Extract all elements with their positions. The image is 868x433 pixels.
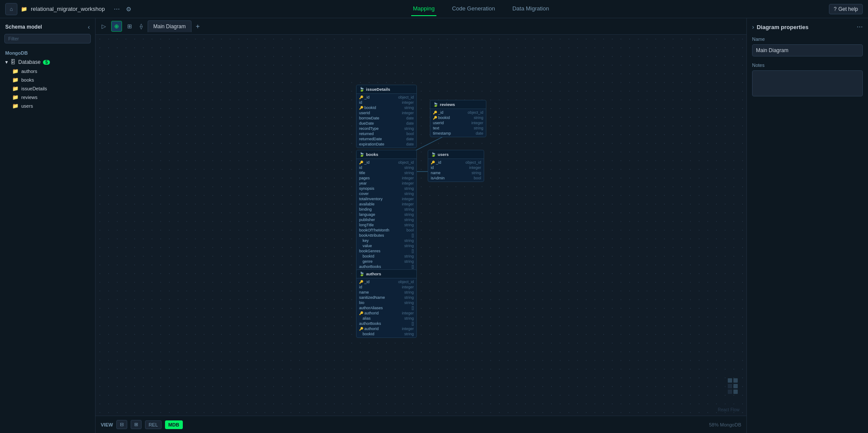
topbar-right: ? Get help: [829, 4, 863, 14]
db-folder-icon: 🗄: [10, 59, 16, 65]
notes-field-label: Notes: [752, 63, 863, 68]
right-panel: › Diagram properties ⋯ Name Notes: [746, 18, 868, 433]
card-reviews-icon: 🍃: [433, 102, 438, 107]
name-field-label: Name: [752, 36, 863, 42]
sidebar-header: Schema model ‹: [0, 18, 95, 34]
react-flow-badge: React Flow: [718, 407, 739, 412]
view-rel-button[interactable]: REL: [145, 420, 161, 429]
db-section: MongoDB ▾ 🗄 Database 5 📁 authors 📁 books…: [0, 47, 95, 112]
zoom-info: 58% MongoDB: [709, 422, 741, 427]
card-authors-body: 🔑_idobject_id idinteger namestring sanit…: [356, 278, 416, 337]
sidebar-item-users[interactable]: 📁 users: [0, 102, 95, 110]
card-reviews[interactable]: 🍃 reviews 🔑_idobject_id 🔑bookIdstring us…: [430, 100, 486, 137]
mini-grid-cell: [733, 378, 738, 383]
tab-mapping[interactable]: Mapping: [411, 2, 436, 16]
mini-grid-cell: [733, 390, 738, 394]
canvas-area: ▷ ⊕ ⊞ ⟠ Main Diagram +: [96, 18, 746, 433]
sidebar-item-authors[interactable]: 📁 authors: [0, 67, 95, 76]
sidebar-collapse-button[interactable]: ‹: [88, 23, 90, 30]
layout-tool-button[interactable]: ⊞: [125, 21, 135, 31]
db-expand-icon: ▾: [5, 59, 8, 65]
diagram-canvas[interactable]: 🍃 issueDetails 🔑_idobject_id idinteger 🔑…: [96, 35, 746, 416]
settings-icon[interactable]: ⚙: [124, 5, 133, 13]
db-label: MongoDB: [0, 49, 95, 57]
card-authors-icon: 🍃: [359, 271, 364, 276]
view-split-button[interactable]: ⊞: [131, 420, 142, 429]
topbar: ⌂ 📁 relational_migrator_workshop ⋯ ⚙ Map…: [0, 0, 868, 18]
panel-title: Diagram properties: [757, 24, 854, 30]
card-users-header: 🍃 users: [428, 150, 484, 159]
topbar-left: ⌂ 📁 relational_migrator_workshop ⋯ ⚙: [5, 3, 133, 15]
folder-icon-authors: 📁: [12, 68, 19, 74]
right-panel-header: › Diagram properties ⋯: [752, 23, 863, 30]
folder-icon-issuedetails: 📁: [12, 86, 19, 92]
get-help-button[interactable]: ? Get help: [829, 4, 863, 14]
topbar-icons: ⋯ ⚙: [112, 5, 133, 13]
panel-expand-button[interactable]: ›: [752, 23, 754, 30]
help-icon: ?: [834, 6, 837, 12]
connector-svg: [96, 35, 746, 416]
card-books-body: 🔑_idobject_id idstring titlestring pages…: [356, 159, 416, 281]
mini-grid-cell: [728, 384, 732, 388]
card-issuedetails-body: 🔑_idobject_id idinteger 🔑bookIdstring us…: [356, 94, 416, 148]
db-count-badge: 5: [43, 60, 50, 65]
sidebar-title: Schema model: [5, 24, 42, 30]
view-single-button[interactable]: ⊟: [116, 420, 127, 429]
card-reviews-header: 🍃 reviews: [430, 100, 486, 109]
panel-menu-button[interactable]: ⋯: [857, 23, 863, 30]
bottom-bar: VIEW ⊟ ⊞ REL MDB 58% MongoDB: [96, 416, 746, 433]
topbar-nav: Mapping Code Generation Data Migration: [133, 2, 829, 16]
folder-icon-users: 📁: [12, 103, 19, 109]
card-books-icon: 🍃: [359, 152, 364, 157]
mini-grid-cell: [728, 378, 732, 383]
canvas-toolbar: ▷ ⊕ ⊞ ⟠ Main Diagram +: [96, 18, 746, 35]
database-item[interactable]: ▾ 🗄 Database 5: [0, 57, 95, 67]
card-issuedetails-icon: 🍃: [359, 87, 364, 92]
card-authors-header: 🍃 authors: [356, 270, 416, 278]
mini-grid-cell: [733, 384, 738, 388]
sidebar-item-books[interactable]: 📁 books: [0, 76, 95, 84]
diagram-tab[interactable]: Main Diagram: [148, 20, 191, 32]
tab-code-generation[interactable]: Code Generation: [450, 2, 497, 16]
view-mdb-button[interactable]: MDB: [165, 420, 183, 429]
card-issuedetails[interactable]: 🍃 issueDetails 🔑_idobject_id idinteger 🔑…: [356, 85, 417, 148]
tab-data-migration[interactable]: Data Migration: [511, 2, 551, 16]
card-issuedetails-header: 🍃 issueDetails: [356, 85, 416, 94]
name-field-input[interactable]: [752, 44, 863, 56]
folder-icon-books: 📁: [12, 77, 19, 83]
mini-grid-cell: [728, 390, 732, 394]
sidebar-item-reviews[interactable]: 📁 reviews: [0, 93, 95, 102]
link-tool-button[interactable]: ⟠: [137, 21, 145, 31]
sidebar: Schema model ‹ MongoDB ▾ 🗄 Database 5 📁 …: [0, 18, 96, 433]
view-label: VIEW: [101, 422, 113, 427]
folder-icon-reviews: 📁: [12, 94, 19, 100]
folder-icon: 📁: [21, 6, 27, 12]
card-authors[interactable]: 🍃 authors 🔑_idobject_id idinteger namest…: [356, 269, 417, 338]
pointer-tool-button[interactable]: ⊕: [111, 21, 122, 32]
home-button[interactable]: ⌂: [5, 3, 17, 15]
card-reviews-body: 🔑_idobject_id 🔑bookIdstring userIdintege…: [430, 109, 486, 137]
sidebar-item-issuedetails[interactable]: 📁 issueDetails: [0, 84, 95, 93]
project-name: relational_migrator_workshop: [31, 6, 105, 12]
more-options-icon[interactable]: ⋯: [112, 5, 122, 13]
notes-field-textarea[interactable]: [752, 70, 863, 96]
card-users-icon: 🍃: [431, 152, 436, 157]
add-tab-button[interactable]: +: [194, 23, 201, 30]
main-layout: Schema model ‹ MongoDB ▾ 🗄 Database 5 📁 …: [0, 18, 868, 433]
select-tool-button[interactable]: ▷: [99, 21, 109, 31]
filter-input[interactable]: [4, 34, 91, 43]
card-users[interactable]: 🍃 users 🔑_idobject_id idinteger namestri…: [428, 150, 484, 182]
svg-line-1: [413, 135, 447, 152]
mini-map-grid: [728, 378, 738, 394]
card-books[interactable]: 🍃 books 🔑_idobject_id idstring titlestri…: [356, 150, 417, 281]
card-books-header: 🍃 books: [356, 150, 416, 159]
card-users-body: 🔑_idobject_id idinteger namestring isAdm…: [428, 159, 484, 182]
